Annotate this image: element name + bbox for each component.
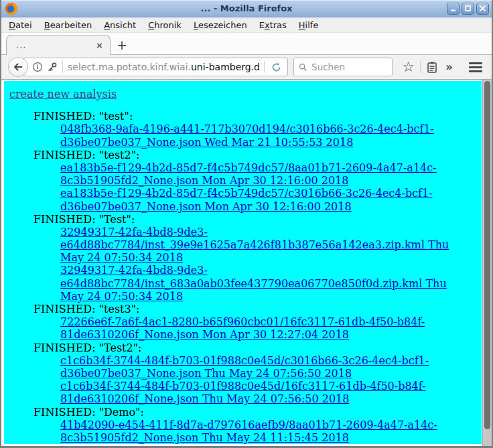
search-icon	[299, 62, 307, 72]
close-icon	[479, 5, 486, 12]
title-bar[interactable]: ... - Mozilla Firefox	[1, 0, 492, 17]
firefox-logo-icon	[5, 2, 18, 15]
menu-item-lesezeichen[interactable]: Lesezeichen	[188, 18, 253, 32]
file-link[interactable]: 048fb368-9afa-4196-a441-717b3070d194/c30…	[60, 123, 470, 148]
app-menu-button[interactable]	[465, 60, 486, 75]
tab-close-icon[interactable]: ×	[94, 40, 104, 50]
back-button[interactable]	[8, 57, 28, 77]
maximize-icon	[464, 5, 472, 12]
menu-item-extras[interactable]: Extras	[253, 18, 293, 32]
file-link[interactable]: 32949317-42fa-4bd8-9de3-e64d88bc7784/ins…	[60, 264, 470, 303]
entry-label: FINISHED: "Demo":	[33, 406, 470, 419]
reload-icon	[271, 62, 282, 73]
navigation-toolbar: select.ma.potato.kinf.wiai.uni-bamberg.d…	[1, 55, 492, 80]
analysis-entry: FINISHED: "Demo": 41b42090-e454-411f-8d7…	[9, 406, 470, 445]
menu-item-bearbeiten[interactable]: Bearbeiten	[38, 18, 98, 32]
entry-label: FINISHED: "test2":	[33, 149, 470, 161]
scrollbar-thumb[interactable]	[484, 81, 490, 429]
file-link[interactable]: c1c6b34f-3744-484f-b703-01f988c0e45d/16f…	[60, 380, 470, 405]
reload-button[interactable]	[269, 62, 283, 73]
page-content: create new analysis FINISHED: "test": 04…	[4, 81, 482, 444]
key-icon[interactable]	[47, 62, 58, 72]
browser-viewport: create new analysis FINISHED: "test": 04…	[1, 80, 492, 446]
analysis-list: FINISHED: "test": 048fb368-9afa-4196-a44…	[9, 110, 470, 444]
new-tab-button[interactable]: +	[111, 38, 133, 55]
create-new-analysis-link[interactable]: create new analysis	[9, 88, 117, 100]
search-box[interactable]	[293, 58, 393, 76]
back-arrow-icon	[12, 61, 24, 73]
clipboard-icon	[426, 61, 438, 74]
file-link[interactable]: 72266e6f-7a6f-4ac1-8280-b65f960cbc01/16f…	[60, 315, 470, 341]
hamburger-icon	[469, 62, 482, 64]
entry-label: FINISHED: "Test2":	[33, 342, 470, 354]
chevron-double-right-icon: »	[445, 60, 453, 74]
minimize-icon	[449, 5, 457, 12]
entry-label: FINISHED: "test":	[33, 110, 470, 123]
file-link[interactable]: 32949317-42fa-4bd8-9de3-e64d88bc7784/ins…	[60, 226, 470, 265]
entry-label: FINISHED: "Test":	[33, 213, 470, 226]
library-button[interactable]	[423, 59, 441, 76]
search-input[interactable]	[311, 62, 388, 72]
tab-title: ...	[16, 40, 94, 50]
menu-item-chronik[interactable]: Chronik	[142, 18, 188, 32]
menu-item-hilfe[interactable]: Hilfe	[293, 18, 325, 32]
bookmark-star-button[interactable]: ☆	[399, 58, 418, 76]
firefox-window: ... - Mozilla Firefox Datei Bearbeiten A…	[0, 0, 493, 448]
analysis-entry: FINISHED: "Test2": c1c6b34f-3744-484f-b7…	[9, 342, 470, 406]
close-button[interactable]	[476, 3, 489, 15]
analysis-entry: FINISHED: "test3": 72266e6f-7a6f-4ac1-82…	[9, 303, 470, 342]
file-link[interactable]: ea183b5e-f129-4b2d-85d7-f4c5b749dc57/c30…	[60, 187, 470, 212]
menu-bar: Datei Bearbeiten Ansicht Chronik Lesezei…	[1, 17, 492, 33]
analysis-entry: FINISHED: "test": 048fb368-9afa-4196-a44…	[9, 110, 470, 149]
info-icon[interactable]	[32, 62, 43, 72]
url-text[interactable]: select.ma.potato.kinf.wiai.uni-bamberg.d…	[68, 62, 259, 72]
toolbar-divider	[420, 60, 421, 74]
tab-bar: ... × +	[1, 33, 492, 55]
analysis-entry: FINISHED: "test2": ea183b5e-f129-4b2d-85…	[9, 149, 470, 213]
menu-item-datei[interactable]: Datei	[3, 18, 38, 32]
minimize-button[interactable]	[447, 3, 460, 15]
entry-label: FINISHED: "test3":	[33, 303, 470, 315]
file-link[interactable]: ea183b5e-f129-4b2d-85d7-f4c5b749dc57/8aa…	[60, 161, 470, 187]
menu-item-ansicht[interactable]: Ansicht	[98, 18, 142, 32]
url-bar[interactable]: select.ma.potato.kinf.wiai.uni-bamberg.d…	[23, 58, 288, 76]
urlbar-divider	[62, 61, 63, 73]
overflow-button[interactable]: »	[441, 60, 457, 74]
analysis-entry: FINISHED: "Test": 32949317-42fa-4bd8-9de…	[9, 213, 470, 303]
window-title: ... - Mozilla Firefox	[1, 3, 492, 13]
urlbar-divider	[264, 61, 265, 73]
star-icon: ☆	[402, 60, 415, 74]
file-link[interactable]: 41b42090-e454-411f-8d7a-d797616aefb9/8aa…	[60, 419, 470, 444]
maximize-button[interactable]	[462, 3, 474, 15]
file-link[interactable]: c1c6b34f-3744-484f-b703-01f988c0e45d/c30…	[60, 354, 470, 380]
vertical-scrollbar[interactable]	[482, 80, 492, 446]
active-tab[interactable]: ... ×	[6, 35, 111, 55]
